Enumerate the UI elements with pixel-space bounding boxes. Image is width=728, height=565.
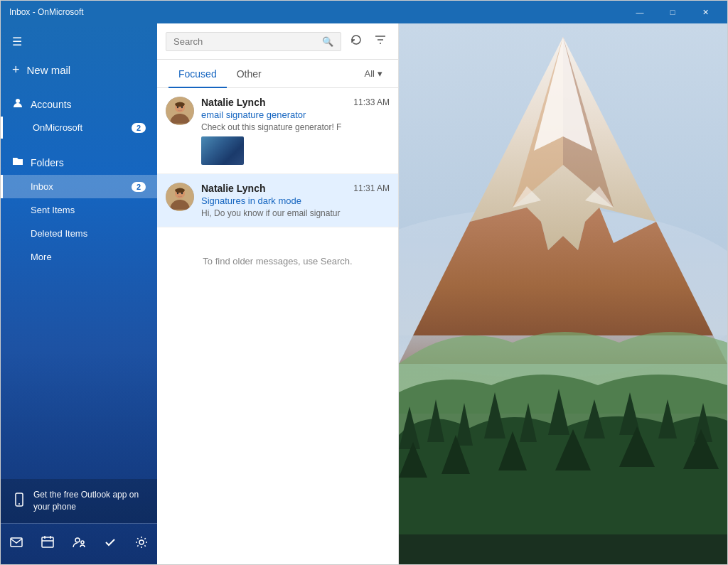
folder-item-more[interactable]: More xyxy=(1,245,157,269)
svg-point-17 xyxy=(181,193,183,194)
email-preview-1: Hi, Do you know if our email signatur xyxy=(201,208,390,218)
new-mail-button[interactable]: + New mail xyxy=(1,54,157,86)
outlook-app-promo[interactable]: Get the free Outlook app on your phone xyxy=(1,479,157,523)
avatar-1 xyxy=(166,183,194,211)
avatar-0 xyxy=(166,97,194,125)
search-wrapper[interactable]: 🔍 xyxy=(166,32,341,51)
phone-icon xyxy=(12,493,26,510)
email-header-1: Natalie Lynch 11:31 AM xyxy=(201,183,390,194)
email-item-1[interactable]: Natalie Lynch 11:31 AM Signatures in dar… xyxy=(157,174,398,227)
svg-point-6 xyxy=(81,541,84,544)
svg-point-12 xyxy=(181,107,183,108)
hamburger-button[interactable]: ☰ xyxy=(1,23,157,54)
email-subject-0: email signature generator xyxy=(201,109,390,120)
account-name: OnMicrosoft xyxy=(33,122,82,133)
folder-name-inbox: Inbox xyxy=(31,181,53,192)
svg-rect-4 xyxy=(42,537,53,547)
calendar-nav-icon[interactable] xyxy=(33,531,62,557)
filter-icon[interactable] xyxy=(371,31,390,52)
sidebar-bottom-nav xyxy=(1,523,157,564)
sidebar-content: ☰ + New mail xyxy=(1,23,157,564)
app-window: Inbox - OnMicrosoft — □ ✕ ☰ + New mail xyxy=(0,0,728,565)
search-bar: 🔍 xyxy=(157,23,398,60)
accounts-label: Accounts xyxy=(31,99,72,110)
older-messages-text: To find older messages, use Search. xyxy=(203,256,352,267)
search-input[interactable] xyxy=(173,36,318,47)
close-button[interactable]: ✕ xyxy=(689,1,722,23)
new-mail-plus-icon: + xyxy=(12,63,20,77)
svg-point-2 xyxy=(18,503,20,505)
folder-item-sent[interactable]: Sent Items xyxy=(1,198,157,222)
email-content-1: Natalie Lynch 11:31 AM Signatures in dar… xyxy=(201,183,390,218)
folders-header: Folders xyxy=(1,150,157,175)
tab-focused[interactable]: Focused xyxy=(168,60,227,88)
accounts-header[interactable]: Accounts xyxy=(1,92,157,117)
contacts-nav-icon[interactable] xyxy=(65,531,93,557)
email-subject-1: Signatures in dark mode xyxy=(201,195,390,206)
folder-name-more: More xyxy=(31,252,52,262)
email-sender-1: Natalie Lynch xyxy=(201,183,266,194)
chevron-down-icon: ▾ xyxy=(378,68,382,79)
email-item-0[interactable]: Natalie Lynch 11:33 AM email signature g… xyxy=(157,88,398,174)
svg-point-5 xyxy=(75,538,80,542)
folder-badge-inbox: 2 xyxy=(132,182,146,192)
svg-point-16 xyxy=(177,193,178,194)
svg-rect-3 xyxy=(11,538,22,547)
email-content-0: Natalie Lynch 11:33 AM email signature g… xyxy=(201,97,390,165)
maximize-button[interactable]: □ xyxy=(656,1,689,23)
folder-item-deleted[interactable]: Deleted Items xyxy=(1,222,157,245)
accounts-section: Accounts OnMicrosoft 2 xyxy=(1,86,157,144)
title-bar: Inbox - OnMicrosoft — □ ✕ xyxy=(1,1,727,23)
email-tabs: Focused Other All ▾ xyxy=(157,60,398,88)
email-time-1: 11:31 AM xyxy=(353,183,390,193)
svg-point-0 xyxy=(16,99,20,103)
tab-group: Focused Other xyxy=(168,60,272,87)
reading-pane xyxy=(399,23,727,564)
folder-name-sent: Sent Items xyxy=(31,205,75,215)
window-title: Inbox - OnMicrosoft xyxy=(9,7,84,17)
folders-icon xyxy=(12,156,23,169)
email-header-0: Natalie Lynch 11:33 AM xyxy=(201,97,390,108)
tasks-nav-icon[interactable] xyxy=(96,531,124,557)
minimize-button[interactable]: — xyxy=(623,1,656,23)
older-messages-area: To find older messages, use Search. xyxy=(157,227,398,564)
sidebar: ☰ + New mail xyxy=(1,23,157,564)
tab-other[interactable]: Other xyxy=(227,60,272,88)
email-list-panel: 🔍 Focused xyxy=(157,23,399,564)
all-filter[interactable]: All ▾ xyxy=(360,65,387,82)
svg-rect-28 xyxy=(399,534,727,564)
accounts-person-icon xyxy=(12,97,23,111)
folders-label: Folders xyxy=(31,157,64,168)
mail-nav-icon[interactable] xyxy=(2,531,31,557)
email-sender-0: Natalie Lynch xyxy=(201,97,266,108)
promo-text: Get the free Outlook app on your phone xyxy=(33,489,146,513)
hamburger-icon: ☰ xyxy=(12,36,22,48)
email-preview-0: Check out this signature generator! F xyxy=(201,122,390,132)
svg-point-11 xyxy=(177,107,178,108)
svg-point-7 xyxy=(139,540,144,544)
account-item-onmicrosoft[interactable]: OnMicrosoft 2 xyxy=(1,117,157,139)
search-icon: 🔍 xyxy=(322,36,333,47)
new-mail-label: New mail xyxy=(27,64,71,76)
email-thumbnail-0 xyxy=(201,136,244,165)
account-badge: 2 xyxy=(132,123,146,133)
email-time-0: 11:33 AM xyxy=(353,97,390,107)
folders-section: Folders Inbox 2 Sent Items Deleted Items… xyxy=(1,144,157,274)
folder-name-deleted: Deleted Items xyxy=(31,228,87,239)
all-filter-label: All xyxy=(365,68,375,79)
settings-nav-icon[interactable] xyxy=(127,531,156,557)
folder-item-inbox[interactable]: Inbox 2 xyxy=(1,175,157,198)
main-area: ☰ + New mail xyxy=(1,23,727,564)
window-controls: — □ ✕ xyxy=(623,1,722,23)
refresh-icon[interactable] xyxy=(347,31,365,52)
